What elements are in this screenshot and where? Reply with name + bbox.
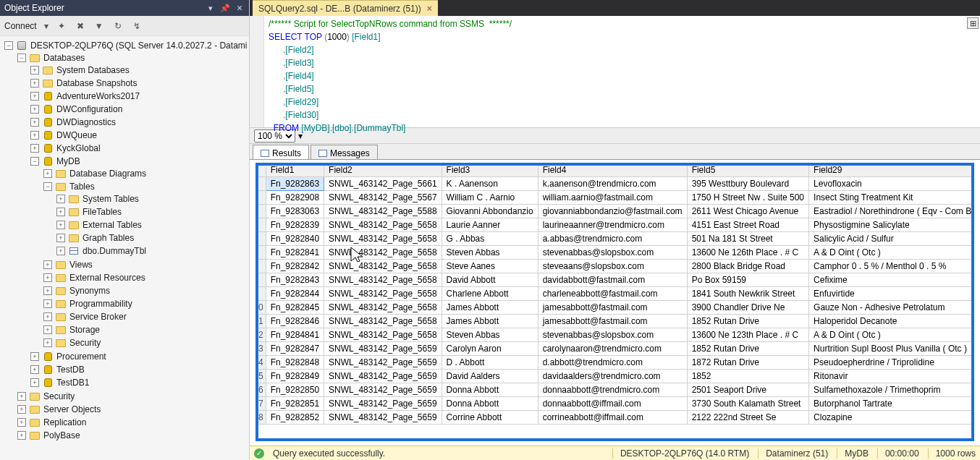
table-row[interactable]: 3Fn_9282847SNWL_483142_Page_5659Carolyn … — [256, 342, 975, 356]
data-cell[interactable]: SNWL_483142_Page_5567 — [324, 191, 442, 205]
security-node[interactable]: +Security — [42, 337, 249, 349]
data-cell[interactable]: Insect Sting Treatment Kit — [809, 191, 974, 205]
data-cell[interactable]: Enfuvirtide — [809, 287, 974, 301]
tables-node[interactable]: −Tables — [42, 181, 249, 192]
tab-close-icon[interactable]: × — [427, 4, 432, 14]
data-cell[interactable]: 3900 Chandler Drive Ne — [687, 301, 808, 315]
table-row[interactable]: Fn_9282843SNWL_483142_Page_5658David Abb… — [256, 273, 975, 287]
data-cell[interactable]: William C . Aarnio — [442, 191, 538, 205]
data-cell[interactable]: giovanniabbondanzio@fastmail.com — [538, 205, 687, 218]
row-number-cell[interactable] — [256, 246, 266, 260]
db-mydb[interactable]: −MyDB — [29, 156, 249, 167]
data-cell[interactable]: Fn_9282846 — [266, 315, 324, 328]
db-adventureworks[interactable]: +AdventureWorks2017 — [29, 90, 249, 102]
row-number-cell[interactable]: 1 — [256, 315, 266, 328]
table-row[interactable]: Fn_9282840SNWL_483142_Page_5658G . Abbas… — [256, 232, 975, 246]
data-cell[interactable]: A & D Oint ( Otc ) — [809, 328, 974, 342]
row-number-cell[interactable] — [256, 232, 266, 246]
data-cell[interactable]: donnaabbott@trendmicro.com — [538, 383, 687, 397]
data-cell[interactable]: 1750 H Street Nw . Suite 500 — [687, 191, 808, 205]
data-cell[interactable]: carolynaaron@trendmicro.com — [538, 342, 687, 356]
row-number-cell[interactable]: 3 — [256, 342, 266, 356]
row-number-cell[interactable]: 0 — [256, 301, 266, 315]
data-cell[interactable]: SNWL_483142_Page_5658 — [324, 301, 442, 315]
table-row[interactable]: Fn_9282842SNWL_483142_Page_5658Steve Aan… — [256, 260, 975, 273]
table-row[interactable]: Fn_9282841SNWL_483142_Page_5658Steven Ab… — [256, 246, 975, 260]
data-cell[interactable]: Ritonavir — [809, 370, 974, 383]
data-cell[interactable]: Physostigmine Salicylate — [809, 218, 974, 232]
data-cell[interactable]: stevenabbas@slopsbox.com — [538, 246, 687, 260]
data-cell[interactable]: jamesabbott@fastmail.com — [538, 301, 687, 315]
filter-icon[interactable]: ▼ — [93, 20, 105, 32]
data-cell[interactable]: Steven Abbas — [442, 246, 538, 260]
data-cell[interactable]: Clozapine — [809, 411, 974, 425]
db-testdb[interactable]: +TestDB — [29, 364, 249, 375]
data-cell[interactable]: 501 Na 181 St Street — [687, 232, 808, 246]
row-number-cell[interactable]: 8 — [256, 411, 266, 425]
table-row[interactable]: 2Fn_9284841SNWL_483142_Page_5658Steven A… — [256, 328, 975, 342]
system-databases-node[interactable]: +System Databases — [29, 64, 249, 76]
data-cell[interactable]: Corrine Abbott — [442, 411, 538, 425]
data-cell[interactable]: G . Abbas — [442, 232, 538, 246]
data-cell[interactable]: Fn_9282841 — [266, 246, 324, 260]
data-cell[interactable]: 395 Westtbury Boulevard — [687, 177, 808, 191]
data-cell[interactable]: SNWL_483142_Page_5659 — [324, 397, 442, 411]
row-number-cell[interactable] — [256, 191, 266, 205]
db-kyckglobal[interactable]: +KyckGlobal — [29, 142, 249, 154]
row-number-cell[interactable] — [256, 287, 266, 301]
table-row[interactable]: Fn_9282863SNWL_463142_Page_5661K . Aanen… — [256, 177, 975, 191]
col-field29[interactable]: Field29 — [809, 163, 974, 177]
table-row[interactable]: 0Fn_9282845SNWL_483142_Page_5658James Ab… — [256, 301, 975, 315]
data-cell[interactable]: David Abbott — [442, 273, 538, 287]
dropdown-icon[interactable]: ▾ — [206, 3, 216, 13]
data-cell[interactable]: d.abbott@trendmicro.com — [538, 356, 687, 370]
data-cell[interactable]: David Aalders — [442, 370, 538, 383]
data-cell[interactable]: Fn_9284841 — [266, 328, 324, 342]
system-tables-node[interactable]: +System Tables — [55, 193, 249, 205]
data-cell[interactable]: 4151 East Street Road — [687, 218, 808, 232]
row-number-cell[interactable]: 2 — [256, 328, 266, 342]
table-row[interactable]: Fn_9282844SNWL_483142_Page_5658Charlene … — [256, 287, 975, 301]
data-cell[interactable]: D . Abbott — [442, 356, 538, 370]
service-broker-node[interactable]: +Service Broker — [42, 311, 249, 323]
row-number-cell[interactable]: 4 — [256, 356, 266, 370]
db-dwconfiguration[interactable]: +DWConfiguration — [29, 103, 249, 115]
data-cell[interactable]: SNWL_483142_Page_5659 — [324, 411, 442, 425]
polybase-node[interactable]: +PolyBase — [16, 430, 249, 441]
refresh-icon[interactable]: ↻ — [112, 20, 124, 32]
data-cell[interactable]: 2501 Seaport Drive — [687, 383, 808, 397]
table-row[interactable]: Fn_9282839SNWL_483142_Page_5658Laurie Aa… — [256, 218, 975, 232]
tab-sqlquery2[interactable]: SQLQuery2.sql - DE...B (Dataminerz (51))… — [253, 0, 438, 16]
data-cell[interactable]: SNWL_483142_Page_5659 — [324, 356, 442, 370]
data-cell[interactable]: Fn_9282851 — [266, 397, 324, 411]
data-cell[interactable]: SNWL_483142_Page_5658 — [324, 273, 442, 287]
storage-node[interactable]: +Storage — [42, 324, 249, 336]
split-icon[interactable]: ⊞ — [967, 17, 979, 29]
data-cell[interactable]: A & D Oint ( Otc ) — [809, 246, 974, 260]
data-cell[interactable]: SNWL_483142_Page_5658 — [324, 315, 442, 328]
stop-icon[interactable]: ✖ — [75, 20, 86, 32]
data-cell[interactable]: SNWL_483142_Page_5659 — [324, 370, 442, 383]
graph-tables-node[interactable]: +Graph Tables — [55, 232, 249, 244]
data-cell[interactable]: SNWL_483142_Page_5658 — [324, 218, 442, 232]
server-node[interactable]: −DESKTOP-2QLP76Q (SQL Server 14.0.2027.2… — [3, 40, 249, 51]
row-number-cell[interactable] — [256, 273, 266, 287]
database-diagrams-node[interactable]: +Database Diagrams — [42, 168, 249, 179]
data-cell[interactable]: Camphor 0 . 5 % / Menthol 0 . 5 % — [809, 260, 974, 273]
data-cell[interactable]: 13600 Ne 126th Place . # C — [687, 246, 808, 260]
row-number-cell[interactable] — [256, 177, 266, 191]
data-cell[interactable]: corrineabbott@iffmail.com — [538, 411, 687, 425]
row-number-cell[interactable]: 5 — [256, 370, 266, 383]
row-number-cell[interactable] — [256, 205, 266, 218]
data-cell[interactable]: 1841 South Newkrik Street — [687, 287, 808, 301]
data-cell[interactable]: stevenabbas@slopsbox.com — [538, 328, 687, 342]
data-cell[interactable]: SNWL_483142_Page_5659 — [324, 342, 442, 356]
data-cell[interactable]: James Abbott — [442, 301, 538, 315]
data-cell[interactable]: Charlene Abbott — [442, 287, 538, 301]
data-cell[interactable]: 13600 Ne 123th Place . # C — [687, 328, 808, 342]
data-cell[interactable]: Fn_9282852 — [266, 411, 324, 425]
db-dwqueue[interactable]: +DWQueue — [29, 129, 249, 141]
data-cell[interactable]: davidabbott@fastmail.com — [538, 273, 687, 287]
data-cell[interactable]: steveaans@slopsbox.com — [538, 260, 687, 273]
row-number-cell[interactable]: 7 — [256, 397, 266, 411]
